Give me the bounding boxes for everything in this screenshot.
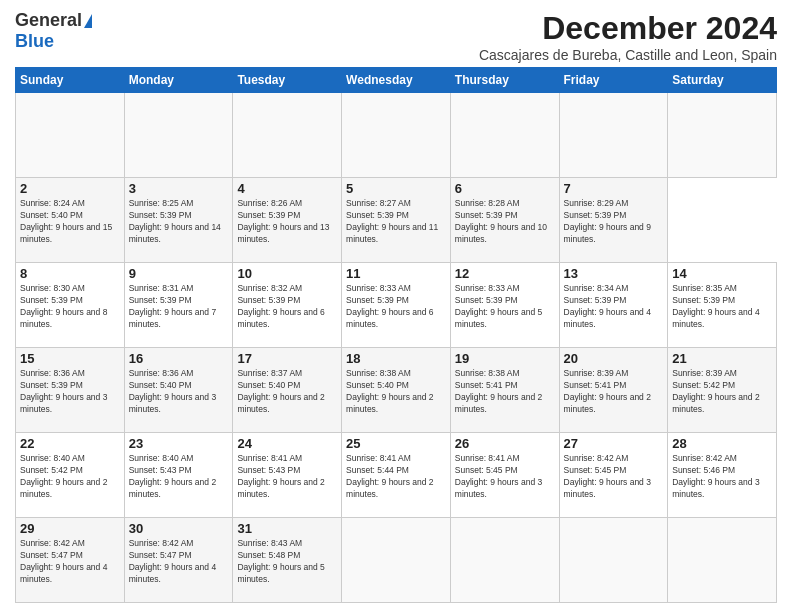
calendar-cell	[16, 93, 125, 178]
calendar-table: SundayMondayTuesdayWednesdayThursdayFrid…	[15, 67, 777, 603]
week-row-4: 22Sunrise: 8:40 AMSunset: 5:42 PMDayligh…	[16, 433, 777, 518]
day-number: 12	[455, 266, 555, 281]
calendar-cell: 8Sunrise: 8:30 AMSunset: 5:39 PMDaylight…	[16, 263, 125, 348]
calendar-cell	[124, 93, 233, 178]
main-title: December 2024	[479, 10, 777, 47]
calendar-cell: 27Sunrise: 8:42 AMSunset: 5:45 PMDayligh…	[559, 433, 668, 518]
day-number: 9	[129, 266, 229, 281]
week-row-5: 29Sunrise: 8:42 AMSunset: 5:47 PMDayligh…	[16, 518, 777, 603]
day-header-wednesday: Wednesday	[342, 68, 451, 93]
day-info: Sunrise: 8:24 AMSunset: 5:40 PMDaylight:…	[20, 198, 120, 246]
calendar-cell	[559, 518, 668, 603]
calendar-cell: 16Sunrise: 8:36 AMSunset: 5:40 PMDayligh…	[124, 348, 233, 433]
calendar-cell	[233, 93, 342, 178]
day-info: Sunrise: 8:41 AMSunset: 5:43 PMDaylight:…	[237, 453, 337, 501]
calendar-cell: 21Sunrise: 8:39 AMSunset: 5:42 PMDayligh…	[668, 348, 777, 433]
day-info: Sunrise: 8:40 AMSunset: 5:42 PMDaylight:…	[20, 453, 120, 501]
week-row-1: 2Sunrise: 8:24 AMSunset: 5:40 PMDaylight…	[16, 178, 777, 263]
day-info: Sunrise: 8:28 AMSunset: 5:39 PMDaylight:…	[455, 198, 555, 246]
day-info: Sunrise: 8:25 AMSunset: 5:39 PMDaylight:…	[129, 198, 229, 246]
calendar-cell: 3Sunrise: 8:25 AMSunset: 5:39 PMDaylight…	[124, 178, 233, 263]
day-info: Sunrise: 8:43 AMSunset: 5:48 PMDaylight:…	[237, 538, 337, 586]
page: General Blue December 2024 Cascajares de…	[0, 0, 792, 612]
day-info: Sunrise: 8:42 AMSunset: 5:45 PMDaylight:…	[564, 453, 664, 501]
calendar-cell: 9Sunrise: 8:31 AMSunset: 5:39 PMDaylight…	[124, 263, 233, 348]
day-info: Sunrise: 8:42 AMSunset: 5:47 PMDaylight:…	[20, 538, 120, 586]
day-number: 13	[564, 266, 664, 281]
calendar-cell: 2Sunrise: 8:24 AMSunset: 5:40 PMDaylight…	[16, 178, 125, 263]
day-number: 7	[564, 181, 664, 196]
calendar-cell: 29Sunrise: 8:42 AMSunset: 5:47 PMDayligh…	[16, 518, 125, 603]
day-info: Sunrise: 8:42 AMSunset: 5:46 PMDaylight:…	[672, 453, 772, 501]
day-header-sunday: Sunday	[16, 68, 125, 93]
day-number: 18	[346, 351, 446, 366]
day-info: Sunrise: 8:33 AMSunset: 5:39 PMDaylight:…	[455, 283, 555, 331]
week-row-2: 8Sunrise: 8:30 AMSunset: 5:39 PMDaylight…	[16, 263, 777, 348]
header: General Blue December 2024 Cascajares de…	[15, 10, 777, 63]
day-info: Sunrise: 8:30 AMSunset: 5:39 PMDaylight:…	[20, 283, 120, 331]
logo-triangle-icon	[84, 14, 92, 28]
day-number: 15	[20, 351, 120, 366]
day-info: Sunrise: 8:40 AMSunset: 5:43 PMDaylight:…	[129, 453, 229, 501]
calendar-cell: 11Sunrise: 8:33 AMSunset: 5:39 PMDayligh…	[342, 263, 451, 348]
calendar-cell: 20Sunrise: 8:39 AMSunset: 5:41 PMDayligh…	[559, 348, 668, 433]
calendar-cell: 24Sunrise: 8:41 AMSunset: 5:43 PMDayligh…	[233, 433, 342, 518]
calendar-cell: 28Sunrise: 8:42 AMSunset: 5:46 PMDayligh…	[668, 433, 777, 518]
day-number: 23	[129, 436, 229, 451]
calendar-cell: 22Sunrise: 8:40 AMSunset: 5:42 PMDayligh…	[16, 433, 125, 518]
day-number: 11	[346, 266, 446, 281]
day-number: 31	[237, 521, 337, 536]
day-header-thursday: Thursday	[450, 68, 559, 93]
logo: General Blue	[15, 10, 92, 52]
day-number: 25	[346, 436, 446, 451]
day-info: Sunrise: 8:32 AMSunset: 5:39 PMDaylight:…	[237, 283, 337, 331]
day-info: Sunrise: 8:41 AMSunset: 5:44 PMDaylight:…	[346, 453, 446, 501]
calendar-cell: 5Sunrise: 8:27 AMSunset: 5:39 PMDaylight…	[342, 178, 451, 263]
day-info: Sunrise: 8:31 AMSunset: 5:39 PMDaylight:…	[129, 283, 229, 331]
calendar-cell: 17Sunrise: 8:37 AMSunset: 5:40 PMDayligh…	[233, 348, 342, 433]
calendar-cell: 12Sunrise: 8:33 AMSunset: 5:39 PMDayligh…	[450, 263, 559, 348]
day-header-friday: Friday	[559, 68, 668, 93]
day-number: 24	[237, 436, 337, 451]
day-info: Sunrise: 8:29 AMSunset: 5:39 PMDaylight:…	[564, 198, 664, 246]
day-number: 30	[129, 521, 229, 536]
day-number: 4	[237, 181, 337, 196]
day-number: 6	[455, 181, 555, 196]
day-info: Sunrise: 8:37 AMSunset: 5:40 PMDaylight:…	[237, 368, 337, 416]
calendar-cell: 26Sunrise: 8:41 AMSunset: 5:45 PMDayligh…	[450, 433, 559, 518]
day-info: Sunrise: 8:36 AMSunset: 5:39 PMDaylight:…	[20, 368, 120, 416]
day-number: 21	[672, 351, 772, 366]
day-info: Sunrise: 8:35 AMSunset: 5:39 PMDaylight:…	[672, 283, 772, 331]
calendar-cell: 30Sunrise: 8:42 AMSunset: 5:47 PMDayligh…	[124, 518, 233, 603]
day-info: Sunrise: 8:38 AMSunset: 5:40 PMDaylight:…	[346, 368, 446, 416]
day-info: Sunrise: 8:36 AMSunset: 5:40 PMDaylight:…	[129, 368, 229, 416]
calendar-cell	[342, 93, 451, 178]
day-info: Sunrise: 8:41 AMSunset: 5:45 PMDaylight:…	[455, 453, 555, 501]
calendar-cell: 13Sunrise: 8:34 AMSunset: 5:39 PMDayligh…	[559, 263, 668, 348]
day-info: Sunrise: 8:39 AMSunset: 5:41 PMDaylight:…	[564, 368, 664, 416]
calendar-cell	[342, 518, 451, 603]
calendar-cell: 6Sunrise: 8:28 AMSunset: 5:39 PMDaylight…	[450, 178, 559, 263]
day-info: Sunrise: 8:42 AMSunset: 5:47 PMDaylight:…	[129, 538, 229, 586]
day-number: 26	[455, 436, 555, 451]
day-number: 27	[564, 436, 664, 451]
calendar-cell: 14Sunrise: 8:35 AMSunset: 5:39 PMDayligh…	[668, 263, 777, 348]
calendar-cell: 15Sunrise: 8:36 AMSunset: 5:39 PMDayligh…	[16, 348, 125, 433]
day-info: Sunrise: 8:33 AMSunset: 5:39 PMDaylight:…	[346, 283, 446, 331]
day-number: 28	[672, 436, 772, 451]
day-header-tuesday: Tuesday	[233, 68, 342, 93]
calendar-cell: 19Sunrise: 8:38 AMSunset: 5:41 PMDayligh…	[450, 348, 559, 433]
day-info: Sunrise: 8:26 AMSunset: 5:39 PMDaylight:…	[237, 198, 337, 246]
calendar-cell	[668, 518, 777, 603]
calendar-cell: 31Sunrise: 8:43 AMSunset: 5:48 PMDayligh…	[233, 518, 342, 603]
week-row-0	[16, 93, 777, 178]
subtitle: Cascajares de Bureba, Castille and Leon,…	[479, 47, 777, 63]
calendar-cell: 4Sunrise: 8:26 AMSunset: 5:39 PMDaylight…	[233, 178, 342, 263]
logo-blue-text: Blue	[15, 31, 54, 52]
day-number: 29	[20, 521, 120, 536]
day-header-monday: Monday	[124, 68, 233, 93]
calendar-cell	[668, 93, 777, 178]
day-number: 5	[346, 181, 446, 196]
calendar-cell: 10Sunrise: 8:32 AMSunset: 5:39 PMDayligh…	[233, 263, 342, 348]
day-info: Sunrise: 8:27 AMSunset: 5:39 PMDaylight:…	[346, 198, 446, 246]
